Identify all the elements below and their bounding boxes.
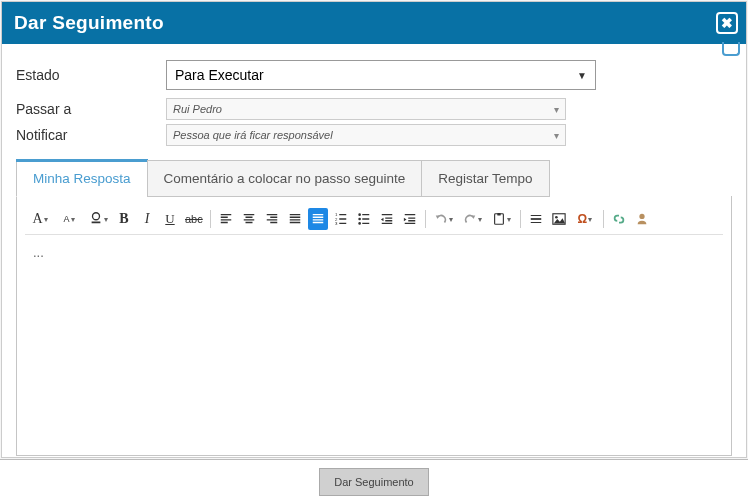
tab-label: Registar Tempo [438, 171, 532, 186]
align-right-icon [265, 212, 279, 226]
paste-button[interactable] [489, 208, 515, 230]
label-passar: Passar a [16, 101, 166, 117]
tab-label: Minha Resposta [33, 171, 131, 186]
image-button[interactable] [549, 208, 569, 230]
bold-button[interactable]: B [114, 208, 134, 230]
special-button[interactable]: Ω [572, 208, 598, 230]
select-notificar-placeholder: Pessoa que irá ficar responsável [173, 129, 333, 141]
highlight-button[interactable] [308, 208, 328, 230]
font-color-button[interactable] [85, 208, 111, 230]
toolbar-separator [210, 210, 211, 228]
font-size-button[interactable]: A [56, 208, 82, 230]
close-icon: ✖ [721, 15, 733, 31]
undo-button[interactable] [431, 208, 457, 230]
editor-content: ... [33, 245, 44, 260]
link-button[interactable] [609, 208, 629, 230]
tab-registar-tempo[interactable]: Registar Tempo [421, 160, 549, 197]
align-right-button[interactable] [262, 208, 282, 230]
outdent-button[interactable] [377, 208, 397, 230]
highlight-icon [311, 212, 325, 226]
row-passar: Passar a Rui Pedro ▾ [16, 98, 732, 120]
modal-dar-seguimento: Dar Seguimento ✖ Estado Para Executar ▼ … [1, 1, 747, 458]
user-icon [635, 212, 649, 226]
font-color-icon [89, 211, 103, 228]
bold-icon: B [119, 211, 128, 227]
svg-rect-1 [91, 221, 100, 223]
ordered-list-icon: 123 [334, 212, 348, 226]
align-left-icon [219, 212, 233, 226]
editor-toolbar: A A B I U [25, 204, 723, 235]
toolbar-separator [520, 210, 521, 228]
user-button[interactable] [632, 208, 652, 230]
svg-rect-9 [498, 213, 502, 216]
redo-button[interactable] [460, 208, 486, 230]
italic-button[interactable]: I [137, 208, 157, 230]
label-estado: Estado [16, 67, 166, 83]
undo-icon [434, 212, 448, 226]
editor-textarea[interactable]: ... [25, 235, 723, 445]
align-left-button[interactable] [216, 208, 236, 230]
italic-icon: I [145, 211, 150, 227]
modal-header: Dar Seguimento ✖ [2, 2, 746, 44]
align-justify-icon [288, 212, 302, 226]
strikethrough-button[interactable]: abc [183, 208, 205, 230]
select-notificar[interactable]: Pessoa que irá ficar responsável ▾ [166, 124, 566, 146]
chevron-down-icon: ▾ [554, 104, 559, 115]
tab-comentario[interactable]: Comentário a colocar no passo seguinte [147, 160, 423, 197]
select-estado[interactable]: Para Executar ▼ [166, 60, 596, 90]
tab-label: Comentário a colocar no passo seguinte [164, 171, 406, 186]
align-justify-button[interactable] [285, 208, 305, 230]
clipboard-icon [492, 212, 506, 226]
underline-icon: U [165, 211, 174, 227]
ordered-list-button[interactable]: 123 [331, 208, 351, 230]
svg-point-11 [555, 216, 558, 219]
indent-button[interactable] [400, 208, 420, 230]
align-center-icon [242, 212, 256, 226]
modal-body: Estado Para Executar ▼ Passar a Rui Pedr… [2, 44, 746, 466]
tab-minha-resposta[interactable]: Minha Resposta [16, 160, 148, 197]
font-size-icon: A [63, 214, 69, 224]
outdent-icon [380, 212, 394, 226]
font-family-button[interactable]: A [27, 208, 53, 230]
svg-text:3: 3 [335, 221, 338, 226]
select-estado-value: Para Executar [175, 67, 264, 83]
align-center-button[interactable] [239, 208, 259, 230]
tabs: Minha Resposta Comentário a colocar no p… [16, 160, 732, 197]
modal-footer: Dar Seguimento [0, 459, 748, 503]
svg-point-12 [639, 214, 644, 219]
underline-button[interactable]: U [160, 208, 180, 230]
link-icon [612, 212, 626, 226]
hr-icon [529, 212, 543, 226]
svg-point-6 [358, 218, 361, 221]
hr-button[interactable] [526, 208, 546, 230]
close-button[interactable]: ✖ [716, 12, 738, 34]
unordered-list-button[interactable] [354, 208, 374, 230]
select-passar[interactable]: Rui Pedro ▾ [166, 98, 566, 120]
redo-icon [463, 212, 477, 226]
omega-icon: Ω [577, 212, 587, 226]
row-estado: Estado Para Executar ▼ [16, 60, 732, 90]
row-notificar: Notificar Pessoa que irá ficar responsáv… [16, 124, 732, 146]
chevron-down-icon: ▾ [554, 130, 559, 141]
unordered-list-icon [357, 212, 371, 226]
tab-panel: A A B I U [16, 196, 732, 456]
submit-label: Dar Seguimento [334, 476, 414, 488]
svg-point-0 [92, 212, 99, 219]
header-indicator-icon [722, 42, 740, 56]
modal-title: Dar Seguimento [14, 12, 164, 34]
font-icon: A [32, 211, 42, 227]
toolbar-separator [603, 210, 604, 228]
svg-point-5 [358, 213, 361, 216]
image-icon [552, 212, 566, 226]
strike-icon: abc [185, 213, 203, 225]
submit-button[interactable]: Dar Seguimento [319, 468, 429, 496]
chevron-down-icon: ▼ [577, 70, 587, 81]
label-notificar: Notificar [16, 127, 166, 143]
select-passar-value: Rui Pedro [173, 103, 222, 115]
indent-icon [403, 212, 417, 226]
svg-point-7 [358, 222, 361, 225]
toolbar-separator [425, 210, 426, 228]
